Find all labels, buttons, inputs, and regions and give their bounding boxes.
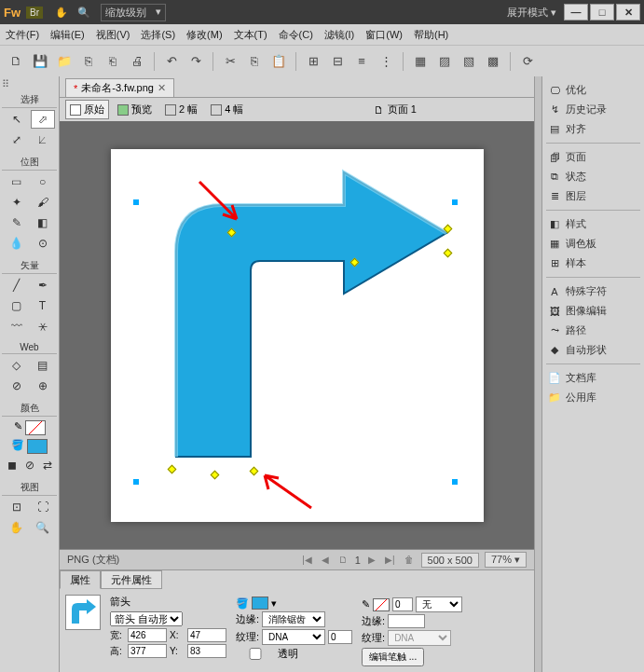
front-icon[interactable]: ▦ [410, 51, 431, 72]
forward-icon[interactable]: ▨ [434, 51, 455, 72]
transparent-checkbox[interactable] [236, 648, 275, 660]
distribute-icon[interactable]: ⋮ [376, 51, 396, 72]
fill-swatch[interactable] [252, 597, 268, 610]
fill-color[interactable] [27, 439, 48, 454]
panel-special[interactable]: A特殊字符 [544, 281, 642, 301]
show-tool[interactable]: ⊕ [31, 377, 55, 395]
close-button[interactable]: ✕ [616, 4, 640, 21]
first-page-icon[interactable]: |◀ [300, 555, 314, 565]
menu-view[interactable]: 视图(V) [96, 28, 130, 42]
import-icon[interactable]: ⎘ [78, 51, 99, 72]
rect-tool[interactable]: ▢ [5, 296, 29, 315]
stroke-edge-input[interactable] [388, 614, 425, 628]
backward-icon[interactable]: ▧ [459, 51, 479, 72]
copy-icon[interactable]: ⎘ [244, 51, 265, 72]
panel-publib[interactable]: 📁公用库 [544, 388, 642, 407]
panel-doclib[interactable]: 📄文档库 [544, 368, 642, 388]
blur-tool[interactable]: 💧 [5, 234, 29, 253]
menu-select[interactable]: 选择(S) [141, 28, 175, 42]
panel-collapse[interactable] [534, 76, 541, 672]
shape-type-select[interactable]: 箭头 自动形 [110, 611, 183, 626]
zoom-level-select[interactable]: 缩放级别▾ [101, 4, 166, 21]
delete-page-icon[interactable]: 🗑 [403, 555, 416, 565]
group-icon[interactable]: ⊞ [303, 51, 323, 72]
menu-help[interactable]: 帮助(H) [414, 28, 448, 42]
arrow-shape[interactable] [139, 168, 456, 503]
menu-modify[interactable]: 修改(M) [186, 28, 223, 42]
pointer-tool[interactable]: ↖ [5, 110, 29, 129]
width-input[interactable] [128, 628, 167, 642]
view-2up[interactable]: 2 幅 [160, 100, 202, 119]
panel-align[interactable]: ▤对齐 [544, 119, 642, 139]
back-icon[interactable]: ▩ [483, 51, 503, 72]
panel-optimize[interactable]: 🖵优化 [544, 80, 642, 100]
open-icon[interactable]: 📁 [54, 51, 75, 72]
props-tab[interactable]: 属性 [60, 570, 101, 589]
hand-icon[interactable]: ✋ [55, 7, 68, 19]
scale-tool[interactable]: ⤢ [5, 130, 29, 149]
document-tab[interactable]: * 未命名-3.fw.png ✕ [65, 78, 174, 97]
new-page-icon[interactable]: 🗋 [336, 555, 349, 565]
edit-brush-button[interactable]: 编辑笔触 ... [362, 648, 424, 666]
page-indicator-icon[interactable]: 🗋 [374, 104, 384, 116]
text-tool[interactable]: T [31, 296, 55, 315]
zoom-percent[interactable]: 77% ▾ [485, 552, 527, 568]
texture-select[interactable]: DNA [262, 629, 325, 645]
crop-tool[interactable]: ⟀ [31, 130, 55, 149]
stroke-color[interactable] [25, 420, 46, 435]
panel-samples[interactable]: ⊞样本 [544, 254, 642, 273]
stroke-texture[interactable]: DNA [388, 630, 451, 646]
export-icon[interactable]: ⎗ [103, 51, 123, 72]
knife-tool[interactable]: ⚹ [31, 317, 55, 336]
align-icon[interactable]: ≡ [351, 51, 372, 72]
paste-icon[interactable]: 📋 [268, 51, 289, 72]
panel-path[interactable]: ⤳路径 [544, 321, 642, 340]
cut-icon[interactable]: ✂ [220, 51, 240, 72]
zoom-tool[interactable]: 🔍 [31, 518, 55, 537]
line-tool[interactable]: ╱ [5, 276, 29, 295]
wand-tool[interactable]: ✦ [5, 193, 29, 212]
stroke-width[interactable] [392, 597, 413, 611]
panel-layers[interactable]: ≣图层 [544, 186, 642, 206]
normal-view[interactable]: ⊡ [5, 498, 29, 516]
subselect-tool[interactable]: ⬀ [31, 110, 55, 129]
default-colors[interactable]: ◼ [4, 456, 20, 474]
canvas[interactable] [111, 149, 484, 522]
y-input[interactable] [187, 644, 226, 658]
prev-page-icon[interactable]: ◀ [320, 555, 331, 565]
undo-icon[interactable]: ↶ [161, 51, 182, 72]
next-page-icon[interactable]: ▶ [366, 555, 377, 565]
slice-tool[interactable]: ▤ [31, 356, 55, 375]
eraser-tool[interactable]: ◧ [31, 213, 55, 232]
pen-tool[interactable]: ✒ [31, 276, 55, 295]
panel-swatches[interactable]: ▦调色板 [544, 234, 642, 254]
minimize-button[interactable]: — [564, 4, 588, 21]
bridge-icon[interactable]: Br [26, 7, 43, 19]
lasso-tool[interactable]: ○ [31, 172, 55, 191]
ungroup-icon[interactable]: ⊟ [327, 51, 348, 72]
fill-bucket-icon[interactable]: 🪣 [236, 597, 249, 610]
hand-tool[interactable]: ✋ [5, 518, 29, 537]
selection-handle[interactable] [133, 479, 139, 485]
marquee-tool[interactable]: ▭ [5, 172, 29, 191]
panel-styles[interactable]: ◧样式 [544, 214, 642, 234]
panel-autoshape[interactable]: ◆自动形状 [544, 340, 642, 360]
print-icon[interactable]: 🖨 [127, 51, 147, 72]
freeform-tool[interactable]: 〰 [5, 317, 29, 336]
selection-handle[interactable] [133, 199, 139, 205]
view-original[interactable]: 原始 [65, 100, 109, 119]
redo-icon[interactable]: ↷ [185, 51, 206, 72]
panel-pages[interactable]: 🗐页面 [544, 147, 642, 167]
save-icon[interactable]: 💾 [30, 51, 50, 72]
panel-history[interactable]: ↯历史记录 [544, 100, 642, 119]
last-page-icon[interactable]: ▶| [383, 555, 397, 565]
no-color[interactable]: ⊘ [21, 456, 37, 474]
panel-imgedit[interactable]: 🖼图像编辑 [544, 301, 642, 321]
symbol-props-tab[interactable]: 元件属性 [101, 570, 162, 589]
swap-colors[interactable]: ⇄ [39, 456, 55, 474]
stroke-type[interactable]: 无 [416, 597, 462, 612]
hotspot-tool[interactable]: ◇ [5, 356, 29, 375]
canvas-area[interactable] [60, 121, 534, 549]
menu-text[interactable]: 文本(T) [234, 28, 267, 42]
view-4up[interactable]: 4 幅 [206, 100, 248, 119]
